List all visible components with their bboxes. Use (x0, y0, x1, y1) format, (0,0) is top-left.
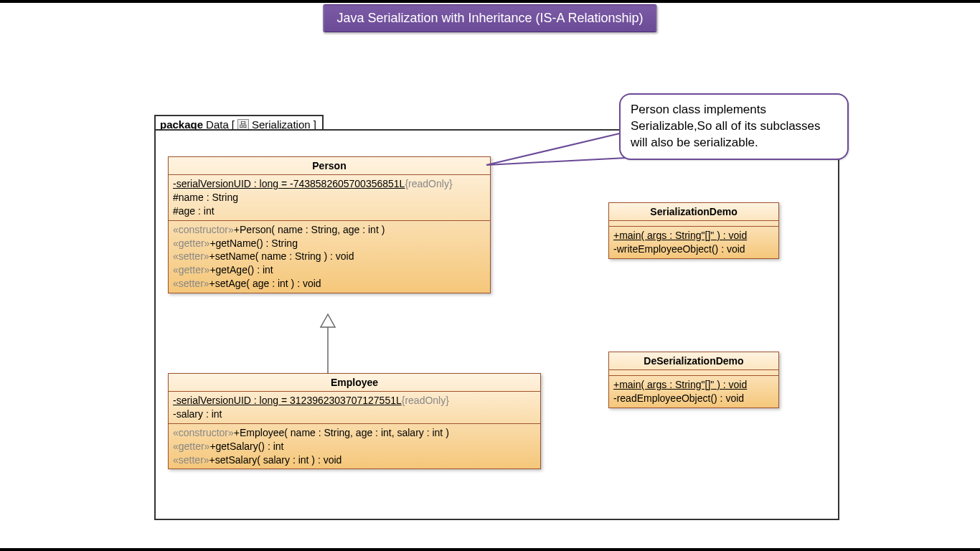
callout-tail (486, 133, 637, 190)
deserdemo-op-main: +main( args : String"[]" ) : void (613, 378, 774, 392)
serdemo-op-write: -writeEmployeeObject() : void (613, 242, 774, 256)
title-banner: Java Serialization with Inheritance (IS-… (323, 4, 656, 32)
class-serializationdemo: SerializationDemo +main( args : String"[… (608, 202, 779, 259)
person-op3-stereo: «setter» (173, 250, 209, 262)
employee-attr-serialversionuid: -serialVersionUID : long = 3123962303707… (173, 395, 402, 406)
class-employee-name: Employee (169, 374, 540, 392)
person-attr-name: #name : String (173, 191, 486, 204)
person-attr-age: #age : int (173, 204, 486, 218)
employee-attr-salary: -salary : int (173, 408, 536, 421)
class-person: Person -serialVersionUID : long = -74385… (168, 156, 491, 293)
class-serializationdemo-name: SerializationDemo (609, 203, 778, 221)
employee-op-getsalary: +getSalary() : int (209, 441, 283, 452)
employee-op2-stereo: «getter» (173, 441, 209, 452)
bottom-black-bar (0, 548, 980, 551)
person-op4-stereo: «getter» (173, 264, 209, 276)
person-attr1-constraint: {readOnly} (405, 178, 452, 189)
person-op-setname: +setName( name : String ) : void (209, 250, 354, 262)
class-person-attributes: -serialVersionUID : long = -743858260570… (169, 175, 490, 221)
person-attr-serialversionuid: -serialVersionUID : long = -743858260570… (173, 178, 405, 189)
class-deserializationdemo-attributes (609, 370, 778, 376)
person-op2-stereo: «getter» (173, 237, 209, 249)
employee-op-constructor: +Employee( name : String, age : int, sal… (234, 427, 449, 438)
person-op-getname: +getName() : String (209, 237, 298, 249)
employee-op-setsalary: +setSalary( salary : int ) : void (209, 454, 342, 466)
employee-attr1-constraint: {readOnly} (402, 395, 449, 406)
person-op-getage: +getAge() : int (209, 264, 273, 276)
top-black-bar (0, 0, 980, 3)
class-employee-attributes: -serialVersionUID : long = 3123962303707… (169, 392, 540, 424)
class-person-name: Person (169, 157, 490, 175)
class-person-operations: «constructor»+Person( name : String, age… (169, 221, 490, 293)
class-serializationdemo-operations: +main( args : String"[]" ) : void -write… (609, 227, 778, 258)
callout-text: Person class implements Serializable,So … (631, 103, 821, 149)
class-deserializationdemo-name: DeSerializationDemo (609, 352, 778, 370)
person-op5-stereo: «setter» (173, 278, 209, 289)
class-employee: Employee -serialVersionUID : long = 3123… (168, 373, 541, 469)
person-op-setage: +setAge( age : int ) : void (209, 278, 321, 289)
inheritance-arrow (319, 314, 348, 375)
class-deserializationdemo-operations: +main( args : String"[]" ) : void -readE… (609, 376, 778, 408)
serdemo-op-main: +main( args : String"[]" ) : void (613, 229, 774, 242)
person-op-constructor: +Person( name : String, age : int ) (234, 224, 385, 235)
callout-bubble: Person class implements Serializable,So … (619, 93, 849, 160)
svg-marker-1 (321, 314, 335, 327)
employee-op1-stereo: «constructor» (173, 427, 234, 438)
deserdemo-op-read: -readEmployeeObject() : void (613, 392, 774, 405)
employee-op3-stereo: «setter» (173, 454, 209, 466)
class-serializationdemo-attributes (609, 221, 778, 227)
svg-marker-2 (486, 133, 626, 165)
class-deserializationdemo: DeSerializationDemo +main( args : String… (608, 352, 779, 408)
class-employee-operations: «constructor»+Employee( name : String, a… (169, 424, 540, 469)
person-op1-stereo: «constructor» (173, 224, 234, 235)
